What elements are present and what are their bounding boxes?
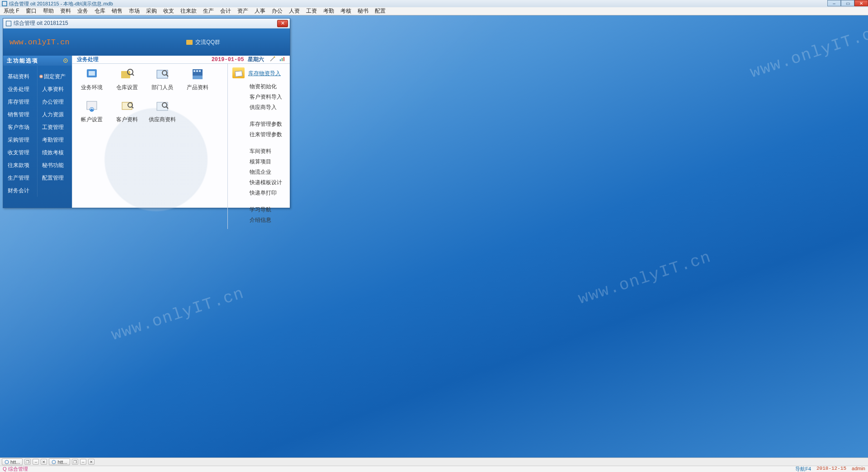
launcher-icon[interactable]: 客户资料 [109,100,145,124]
sidebar-item[interactable]: 秘书功能 [38,159,72,172]
taskbar-restore-button[interactable]: ❐ [24,459,31,465]
sidebar-item[interactable]: 收支管理 [3,146,37,159]
menu-item[interactable]: 秘书 [355,7,371,15]
menu-item[interactable]: 收支 [160,7,177,15]
sidebar-item[interactable]: 基础资料 [3,70,37,83]
quick-link[interactable]: 快递模板设计 [228,177,290,188]
main-header-label: 业务处理 [77,56,99,63]
quick-link[interactable]: 核算项目 [228,157,290,167]
quick-link[interactable]: 库存管理参数 [228,119,290,129]
globe-icon [52,460,56,464]
sidebar-item[interactable]: 业务处理 [3,83,37,95]
taskbar-item[interactable]: htt... [49,458,70,465]
quick-link[interactable]: 供应商导入 [228,102,290,113]
menu-item[interactable]: 仓库 [92,7,108,15]
quick-link[interactable]: 介绍信息 [228,215,290,225]
sidebar-item[interactable]: 库存管理 [3,95,37,108]
sidebar-item[interactable]: 往来款项 [3,159,37,172]
launcher-icon[interactable]: 仓库设置 [109,67,145,91]
launcher-icon[interactable]: 供应商资料 [145,100,180,124]
window-close-button[interactable]: ✕ [854,0,868,6]
menu-item[interactable]: 工资 [303,7,320,15]
menubar: 系统 F窗口帮助资料业务仓库销售市场采购收支往来款生产会计资产人事办公人资工资考… [0,7,868,15]
sidebar-item[interactable]: 人力资源 [38,108,72,121]
menu-item[interactable]: 资产 [235,7,251,15]
menu-item[interactable]: 资料 [57,7,74,15]
sidebar-item[interactable]: 生产管理 [3,172,37,184]
sidebar-item[interactable]: 办公管理 [38,95,72,108]
launcher-icon[interactable]: 业务环境 [74,67,109,91]
sidebar-header: 主功能选项 [3,56,72,66]
svg-rect-17 [193,70,195,72]
current-weekday: 星期六 [248,56,264,63]
menu-item[interactable]: 会计 [217,7,234,15]
quick-link[interactable]: 快递单打印 [228,188,290,198]
taskbar-min-button[interactable]: – [80,459,86,465]
menu-item[interactable]: 帮助 [40,7,57,15]
menu-item[interactable]: 人事 [252,7,268,15]
gear-icon[interactable] [63,58,68,63]
quick-link[interactable]: 物资初始化 [228,81,290,92]
svg-rect-19 [199,70,201,72]
taskbar-min-button[interactable]: – [33,459,39,465]
qq-group-link[interactable]: 交流QQ群 [186,38,220,46]
svg-rect-16 [193,76,203,79]
svg-rect-6 [283,57,284,61]
svg-rect-0 [2,1,7,6]
qq-label: 交流QQ群 [195,38,220,46]
quick-link[interactable]: 车间资料 [228,146,290,157]
launcher-icon[interactable]: 部门人员 [145,67,180,91]
quick-link[interactable]: 客户资料导入 [228,92,290,102]
sidebar-item[interactable]: 采购管理 [3,133,37,146]
quick-link[interactable]: 学习导航 [228,205,290,215]
child-window: 综合管理 oit 20181215 ✕ www.onlyIT.cn 交流QQ群 … [3,18,290,208]
taskbar-restore-button[interactable]: ❐ [72,459,78,465]
window-maximize-button[interactable]: ▭ [841,0,854,6]
sidebar-item[interactable]: 财务会计 [3,184,37,197]
quick-link[interactable]: 往来管理参数 [228,129,290,140]
sidebar-item[interactable]: 绩效考核 [38,146,72,159]
svg-point-3 [274,57,275,58]
status-nav[interactable]: 导航F4 [795,466,811,472]
chart-icon[interactable] [279,56,285,62]
taskbar-close-button[interactable]: ✕ [88,459,94,465]
sidebar-item[interactable]: 客户市场 [3,121,37,133]
menu-item[interactable]: 考核 [338,7,354,15]
quick-link-import[interactable]: 库存物资导入 [248,68,285,79]
sidebar-item[interactable]: 考勤管理 [38,133,72,146]
menu-item[interactable]: 配置 [372,7,388,15]
sidebar-item[interactable]: 销售管理 [3,108,37,121]
menu-item[interactable]: 人资 [286,7,302,15]
menu-item[interactable]: 生产 [200,7,217,15]
menu-item[interactable]: 系统 F [1,7,22,15]
child-close-button[interactable]: ✕ [277,20,288,27]
sidebar-item[interactable]: 配置管理 [38,172,72,184]
wand-icon[interactable] [269,56,276,62]
sidebar-item[interactable]: 固定资产 [38,70,72,83]
menu-item[interactable]: 办公 [269,7,285,15]
menu-item[interactable]: 考勤 [321,7,337,15]
launcher-icon[interactable]: 帐户设置 [74,100,109,124]
menu-item[interactable]: 采购 [143,7,160,15]
sidebar-item[interactable]: 人事资料 [38,83,72,95]
child-title: 综合管理 oit 20181215 [14,19,68,27]
app-icon [190,67,205,81]
menu-item[interactable]: 往来款 [178,7,199,15]
sidebar-item[interactable]: 工资管理 [38,121,72,133]
window-minimize-button[interactable]: – [827,0,841,6]
menu-item[interactable]: 市场 [126,7,142,15]
svg-line-11 [132,74,134,76]
app-icon [119,100,135,113]
menu-item[interactable]: 销售 [109,7,125,15]
taskbar-item[interactable]: htt... [2,458,23,465]
desktop: www.onlyIT.cn www.onlyIT.cn www.onlyIT.c… [0,15,868,458]
launcher-icon[interactable]: 产品资料 [180,67,215,91]
child-titlebar[interactable]: 综合管理 oit 20181215 ✕ [3,19,290,29]
watermark: www.onlyIT.cn [109,284,247,345]
menu-item[interactable]: 业务 [75,7,91,15]
statusbar: Q 综合管理 导航F4 2018-12-15 admin [0,466,868,472]
launcher-label: 业务环境 [74,84,109,91]
taskbar-close-button[interactable]: ✕ [41,459,47,465]
quick-link[interactable]: 物流企业 [228,167,290,177]
menu-item[interactable]: 窗口 [23,7,39,15]
